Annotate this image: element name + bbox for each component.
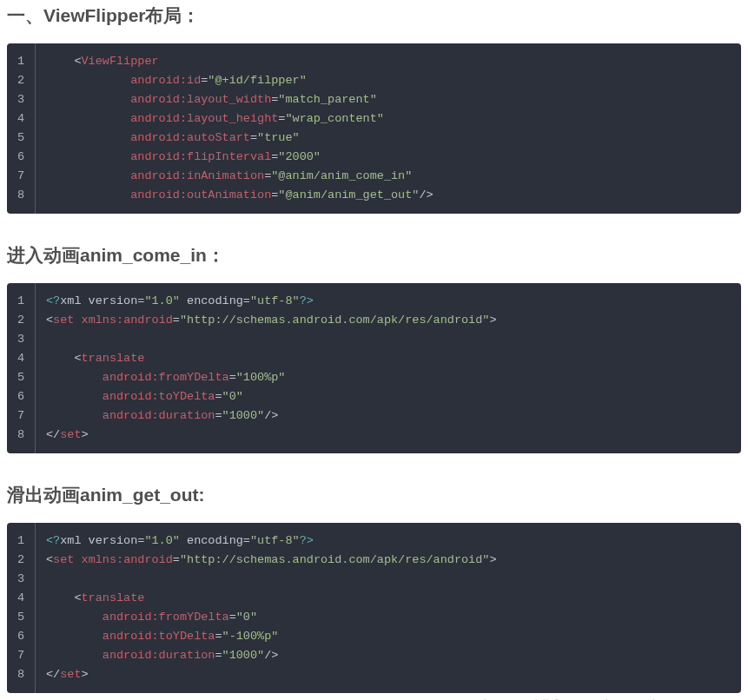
- code-line: <translate: [46, 589, 731, 608]
- code-line: <ViewFlipper: [46, 52, 731, 71]
- code-line: </set>: [46, 665, 731, 684]
- line-number: 7: [7, 406, 35, 426]
- code-line: android:autoStart="true": [46, 129, 731, 148]
- line-number: 1: [7, 52, 35, 71]
- line-number: 3: [7, 570, 35, 589]
- code-line: android:duration="1000"/>: [46, 406, 731, 426]
- code-line: <set xmlns:android="http://schemas.andro…: [46, 551, 731, 570]
- code-line: <?xml version="1.0" encoding="utf-8"?>: [46, 292, 731, 311]
- code-line: android:toYDelta="0": [46, 387, 731, 406]
- line-numbers: 12345678: [7, 523, 36, 693]
- code-block-3: 12345678 <?xml version="1.0" encoding="u…: [7, 523, 741, 693]
- line-numbers: 12345678: [7, 283, 36, 453]
- line-number: 1: [7, 292, 35, 311]
- line-number: 6: [7, 387, 35, 406]
- line-number: 7: [7, 646, 35, 665]
- code-line: android:outAnimation="@anim/anim_get_out…: [46, 186, 731, 205]
- line-number: 2: [7, 71, 35, 90]
- code-line: [46, 330, 731, 349]
- code-line: android:layout_height="wrap_content": [46, 109, 731, 129]
- line-number: 4: [7, 589, 35, 608]
- code-content: <?xml version="1.0" encoding="utf-8"?><s…: [36, 523, 741, 693]
- heading-anim-come-in: 进入动画anim_come_in：: [7, 240, 741, 267]
- code-line: [46, 570, 731, 589]
- code-line: android:duration="1000"/>: [46, 646, 731, 665]
- heading-anim-get-out: 滑出动画anim_get_out:: [7, 479, 741, 507]
- line-number: 5: [7, 368, 35, 387]
- code-content: <ViewFlipper android:id="@+id/filpper" a…: [36, 43, 741, 214]
- code-line: android:flipInterval="2000": [46, 148, 731, 167]
- code-line: <translate: [46, 349, 731, 368]
- code-line: <set xmlns:android="http://schemas.andro…: [46, 311, 731, 330]
- code-line: android:id="@+id/filpper": [46, 71, 731, 90]
- line-number: 8: [7, 186, 35, 205]
- line-number: 7: [7, 167, 35, 186]
- heading-viewflipper: 一、ViewFlipper布局：: [7, 0, 741, 28]
- line-number: 5: [7, 608, 35, 627]
- line-number: 6: [7, 148, 35, 167]
- line-number: 2: [7, 551, 35, 570]
- line-number: 1: [7, 532, 35, 551]
- code-line: android:inAnimation="@anim/anim_come_in": [46, 167, 731, 186]
- code-line: android:layout_width="match_parent": [46, 90, 731, 109]
- line-number: 6: [7, 627, 35, 646]
- code-block-2: 12345678 <?xml version="1.0" encoding="u…: [7, 283, 741, 453]
- line-number: 5: [7, 129, 35, 148]
- line-number: 2: [7, 311, 35, 330]
- code-block-1: 12345678 <ViewFlipper android:id="@+id/f…: [7, 43, 741, 214]
- line-numbers: 12345678: [7, 43, 36, 214]
- line-number: 4: [7, 109, 35, 129]
- line-number: 8: [7, 665, 35, 684]
- line-number: 3: [7, 330, 35, 349]
- code-line: </set>: [46, 426, 731, 445]
- line-number: 4: [7, 349, 35, 368]
- code-line: android:toYDelta="-100%p": [46, 627, 731, 646]
- line-number: 8: [7, 426, 35, 445]
- code-line: android:fromYDelta="100%p": [46, 368, 731, 387]
- line-number: 3: [7, 90, 35, 109]
- code-content: <?xml version="1.0" encoding="utf-8"?><s…: [36, 283, 741, 453]
- code-line: android:fromYDelta="0": [46, 608, 731, 627]
- code-line: <?xml version="1.0" encoding="utf-8"?>: [46, 532, 731, 551]
